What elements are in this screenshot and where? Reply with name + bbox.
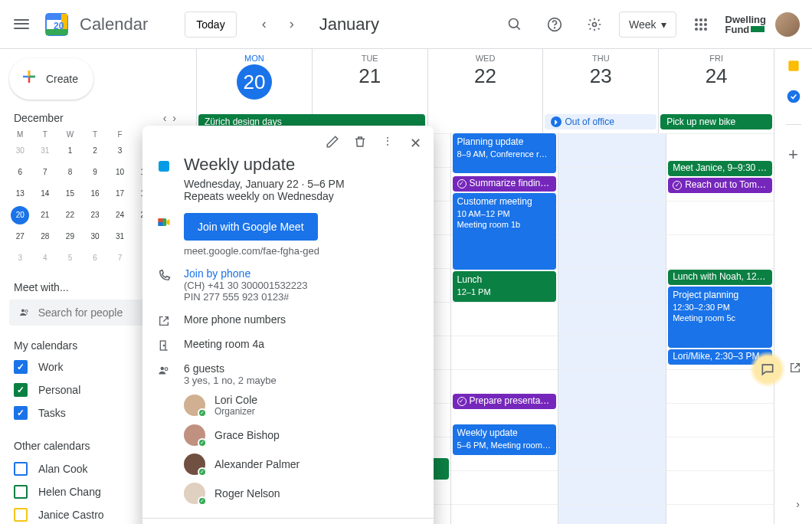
join-meet-button[interactable]: Join with Google Meet <box>184 213 318 241</box>
calendar-event[interactable]: Project planning12:30–2:30 PMMeeting roo… <box>668 287 772 348</box>
mini-cal-next[interactable]: › <box>172 112 176 124</box>
mini-day[interactable]: 23 <box>86 206 104 224</box>
day-header[interactable]: TUE21 <box>312 49 427 113</box>
mini-day[interactable]: 27 <box>11 228 29 246</box>
plus-icon <box>20 67 38 90</box>
menu-icon[interactable] <box>12 15 31 34</box>
guest-name: Grace Bishop <box>214 429 280 441</box>
allday-event-ooo[interactable]: ⏵Out of office <box>545 114 656 129</box>
guest-row[interactable]: ✓Lori ColeOrganizer <box>184 394 420 417</box>
close-icon[interactable]: ✕ <box>408 135 423 152</box>
mini-day[interactable]: 5 <box>61 249 79 267</box>
mini-day[interactable]: 10 <box>111 163 129 182</box>
add-addon-icon[interactable]: + <box>786 145 801 160</box>
prev-week-button[interactable]: ‹ <box>252 12 277 37</box>
mini-day[interactable]: 6 <box>11 163 29 182</box>
mini-day[interactable]: 3 <box>111 142 129 160</box>
calendar-event[interactable]: ✓Summarize findings, 9:30 <box>453 176 557 192</box>
day-column-thu[interactable] <box>558 133 666 524</box>
tasks-rail-icon[interactable] <box>786 89 801 104</box>
allday-event[interactable]: Pick up new bike <box>660 114 772 129</box>
mini-day[interactable]: 28 <box>36 228 54 246</box>
today-button[interactable]: Today <box>185 11 236 38</box>
mini-day[interactable]: 17 <box>111 185 129 203</box>
calendar-event[interactable]: Weekly update5–6 PM, Meeting room 2c <box>453 424 557 455</box>
search-icon[interactable] <box>499 9 530 40</box>
calendar-name: Janice Castro <box>38 509 104 521</box>
meet-icon <box>156 213 172 230</box>
mini-day[interactable]: 2 <box>86 142 104 160</box>
guest-row[interactable]: ✓Roger Nelson <box>184 483 420 504</box>
view-selector[interactable]: Week▾ <box>619 11 676 38</box>
mini-day[interactable]: 1 <box>61 142 79 160</box>
calendar-event[interactable]: Meet Janice, 9–9:30 AM <box>668 161 772 176</box>
mini-day[interactable]: 14 <box>36 185 54 203</box>
mini-dow: T <box>34 130 57 139</box>
mini-day[interactable]: 6 <box>86 249 104 267</box>
more-icon[interactable]: ⋮ <box>380 135 395 152</box>
mini-day[interactable]: 31 <box>36 142 54 160</box>
create-button[interactable]: Create <box>9 58 93 100</box>
chat-guests-highlight[interactable] <box>749 351 786 388</box>
more-phone-link[interactable]: More phone numbers <box>184 313 420 326</box>
chevron-down-icon: ▾ <box>661 18 666 31</box>
day-dow: TUE <box>313 54 427 63</box>
mini-day[interactable]: 8 <box>61 163 79 182</box>
day-header[interactable]: MON20 <box>196 49 312 113</box>
delete-icon[interactable] <box>352 135 368 152</box>
mini-day[interactable]: 24 <box>111 206 129 224</box>
app-title: Calendar <box>80 15 148 34</box>
calendar-event[interactable]: Lunch with Noah, 12–12:30 <box>668 270 772 285</box>
calendar-checkbox[interactable] <box>14 360 28 374</box>
calendar-event[interactable]: Lunch12–1 PM <box>453 271 557 302</box>
day-header[interactable]: FRI24 <box>658 49 774 113</box>
mini-day[interactable]: 21 <box>36 206 54 224</box>
guest-row[interactable]: ✓Grace Bishop <box>184 424 420 446</box>
mini-day[interactable]: 29 <box>61 228 79 246</box>
calendar-event[interactable]: ✓Reach out to Tom, 9:30 AM <box>668 178 772 193</box>
settings-icon[interactable] <box>579 9 610 40</box>
mini-day[interactable]: 22 <box>61 206 79 224</box>
mini-day[interactable]: 9 <box>86 163 104 182</box>
calendar-checkbox[interactable] <box>14 462 28 476</box>
calendar-checkbox[interactable] <box>14 406 28 420</box>
external-icon <box>156 313 172 327</box>
calendar-event[interactable]: Customer meeting10 AM–12 PMMeeting room … <box>453 193 557 270</box>
open-external-icon[interactable] <box>789 362 801 376</box>
mini-day[interactable]: 3 <box>11 249 29 267</box>
mini-day[interactable]: 30 <box>11 142 29 160</box>
calendar-checkbox[interactable] <box>14 383 28 397</box>
calendar-checkbox[interactable] <box>14 508 28 522</box>
help-icon[interactable] <box>539 9 570 40</box>
mini-day[interactable]: 16 <box>86 185 104 203</box>
day-dow: THU <box>543 54 658 63</box>
mini-day[interactable]: 4 <box>36 249 54 267</box>
day-headers: MON20TUE21WED22THU23FRI24 <box>196 49 774 113</box>
mini-day[interactable]: 31 <box>111 228 129 246</box>
keep-icon[interactable] <box>786 58 801 74</box>
mini-day[interactable]: 7 <box>111 249 129 267</box>
day-header[interactable]: WED22 <box>427 49 543 113</box>
month-title: January <box>319 15 379 34</box>
day-column-fri[interactable]: Meet Janice, 9–9:30 AM✓Reach out to Tom,… <box>666 133 774 524</box>
mini-day[interactable]: 7 <box>36 163 54 182</box>
apps-icon[interactable] <box>686 9 716 40</box>
edit-icon[interactable] <box>325 135 340 152</box>
user-avatar[interactable] <box>775 12 800 37</box>
guest-row[interactable]: ✓Alexander Palmer <box>184 454 420 475</box>
calendar-event[interactable]: ✓Prepare presentation, 4 P <box>453 394 557 409</box>
guest-name: Alexander Palmer <box>214 458 300 470</box>
join-phone-link[interactable]: Join by phone <box>184 267 420 280</box>
calendar-checkbox[interactable] <box>14 485 28 499</box>
calendar-event[interactable]: Planning update8–9 AM, Conference room 2 <box>453 133 557 173</box>
mini-cal-month: December <box>14 112 64 124</box>
day-header[interactable]: THU23 <box>542 49 658 113</box>
mini-day[interactable]: 20 <box>11 206 29 224</box>
mini-day[interactable]: 13 <box>11 185 29 203</box>
mini-day[interactable]: 15 <box>61 185 79 203</box>
mini-cal-prev[interactable]: ‹ <box>163 112 167 124</box>
collapse-rail-icon[interactable]: › <box>796 498 800 510</box>
next-week-button[interactable]: › <box>280 12 304 37</box>
mini-day[interactable]: 30 <box>86 228 104 246</box>
day-column-wed[interactable]: Planning update8–9 AM, Conference room 2… <box>450 133 558 524</box>
